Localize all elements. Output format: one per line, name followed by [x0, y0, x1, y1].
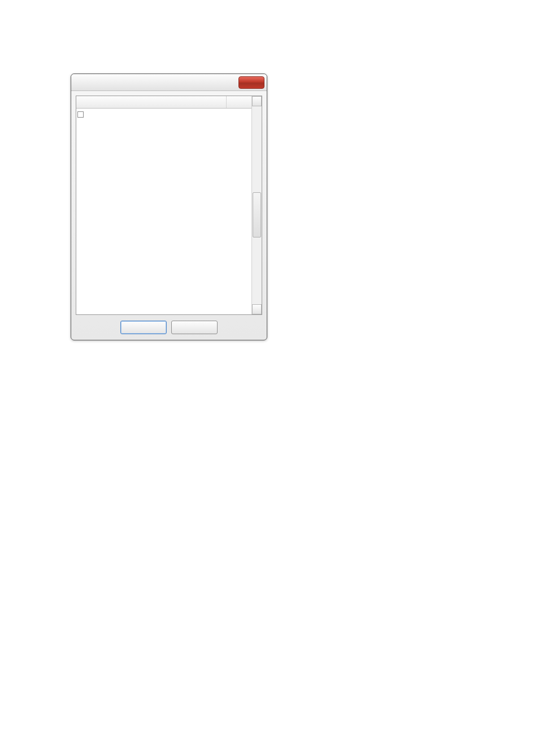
close-button[interactable] — [238, 76, 264, 89]
scroll-up-button[interactable] — [252, 96, 262, 106]
scroll-track[interactable] — [252, 106, 262, 304]
addin-list — [76, 96, 262, 315]
addins-dialog — [71, 74, 267, 340]
dialog-titlebar — [71, 74, 267, 91]
list-header — [76, 96, 251, 109]
column-startup — [227, 96, 251, 108]
scrollbar[interactable] — [251, 96, 262, 314]
column-active-addins — [76, 96, 227, 108]
cancel-button[interactable] — [171, 321, 218, 334]
scroll-down-button[interactable] — [252, 304, 262, 314]
ok-button[interactable] — [120, 321, 167, 334]
collapse-icon[interactable] — [77, 111, 84, 118]
scroll-thumb[interactable] — [253, 192, 261, 237]
dialog-footer — [76, 315, 262, 334]
dialog-body — [71, 91, 267, 340]
section-other-addins[interactable] — [76, 109, 251, 120]
